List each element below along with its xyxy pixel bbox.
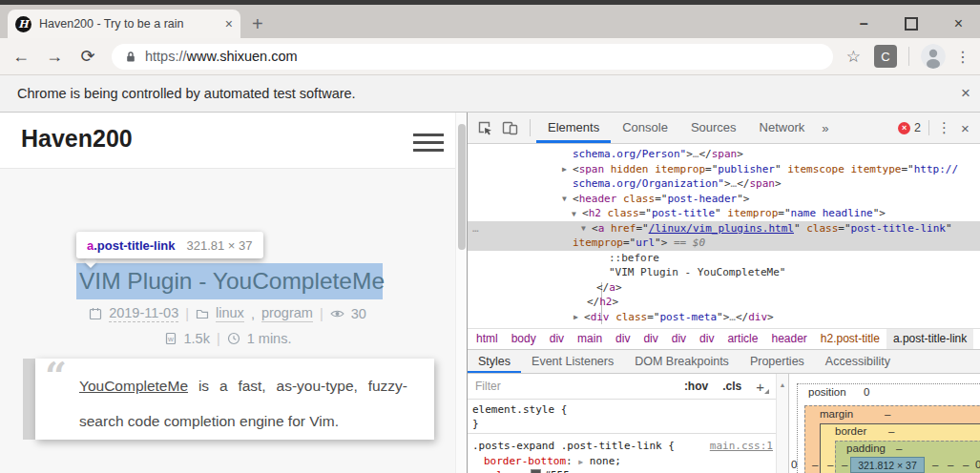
tab-close-icon[interactable]: × <box>225 16 233 31</box>
forward-button[interactable]: → <box>42 47 67 67</box>
eye-icon <box>330 307 344 320</box>
browser-toolbar: ← → ⟳ https://www.shixuen.com ☆ C ⋮ <box>0 38 980 75</box>
back-button[interactable]: ← <box>9 47 33 67</box>
category-link[interactable]: program <box>261 305 313 322</box>
window-close-button[interactable]: × <box>954 15 963 32</box>
device-toolbar-icon[interactable] <box>502 120 518 135</box>
svg-text:w: w <box>167 335 174 343</box>
sidebar-tab-accessibility[interactable]: Accessibility <box>815 350 901 373</box>
dom-tree: schema.org/Person">…</span>▶<span hidden… <box>468 144 980 328</box>
dom-tree-node[interactable]: ▼<h2 class="post-title" itemprop="name h… <box>468 206 980 221</box>
breadcrumb-item[interactable]: header <box>764 329 813 349</box>
more-tabs-icon[interactable]: » <box>816 121 834 135</box>
expand-arrow-icon[interactable]: ▶ <box>573 310 578 325</box>
category-link[interactable]: linux <box>216 305 244 322</box>
dom-tree-node[interactable]: </h2> <box>468 295 980 310</box>
styles-scrollbar[interactable]: ▲ <box>776 374 788 473</box>
breadcrumb-item[interactable]: a.post-title-link <box>886 329 973 349</box>
post-title-link[interactable]: VIM Plugin - YouCompleteMe <box>76 263 383 299</box>
dom-tree-node[interactable]: schema.org/Organization">…</span> <box>468 176 980 192</box>
css-property[interactable]: color: #555; <box>484 469 576 473</box>
youcompleteme-link[interactable]: YouCompleteMe <box>79 378 188 394</box>
bookmark-star-icon[interactable]: ☆ <box>846 47 861 67</box>
dom-tree-node[interactable]: schema.org/Person">…</span> <box>468 147 980 162</box>
browser-tab[interactable]: H Haven200 - Try to be a rain × <box>8 10 240 38</box>
error-count[interactable]: 2 <box>914 121 921 134</box>
hamburger-menu-icon[interactable] <box>413 134 444 156</box>
css-property[interactable]: border-bottom: ▶ none; <box>484 455 621 467</box>
devtools-tab-network[interactable]: Network <box>748 113 817 143</box>
reload-button[interactable]: ⟳ <box>75 46 100 67</box>
banner-close-icon[interactable]: × <box>961 84 970 103</box>
sidebar-tab-styles[interactable]: Styles <box>468 350 521 373</box>
error-badge-icon[interactable]: × <box>898 122 910 134</box>
breadcrumb-item[interactable]: div <box>693 329 720 349</box>
toolbar-separator <box>530 119 531 136</box>
devtools-tab-sources[interactable]: Sources <box>679 113 748 143</box>
devtools-tab-console[interactable]: Console <box>611 113 679 143</box>
post-meta-row-1: 2019-11-03 | linux , program | 30 <box>0 305 455 322</box>
browser-menu-icon[interactable]: ⋮ <box>955 48 970 66</box>
dom-tree-node[interactable]: ::before <box>468 251 980 266</box>
devtools-close-icon[interactable]: × <box>961 120 980 136</box>
sidebar-tab-event-listeners[interactable]: Event Listeners <box>521 350 624 373</box>
breadcrumb-item[interactable]: div <box>665 329 693 349</box>
site-title[interactable]: Haven200 <box>21 125 133 153</box>
site-favicon-icon: H <box>15 16 31 32</box>
breadcrumb-item[interactable]: div <box>636 329 664 349</box>
new-style-rule-button[interactable]: + <box>756 379 764 395</box>
dom-tree-node[interactable]: "VIM Plugin - YouCompleteMe" <box>468 265 980 280</box>
breadcrumb-item[interactable]: main <box>571 329 609 349</box>
sidebar-tab-properties[interactable]: Properties <box>740 350 815 373</box>
dom-tree-node[interactable]: ▼<header class="post-header"> <box>468 192 980 207</box>
breadcrumb-item[interactable]: html <box>469 329 505 349</box>
address-bar[interactable]: https://www.shixuen.com <box>112 44 833 70</box>
css-rule-source-link[interactable]: main.css:1 <box>710 440 773 452</box>
dom-tree-node[interactable]: …▼<a href="/linux/vim_plugins.html" clas… <box>468 221 980 236</box>
new-tab-button[interactable]: + <box>252 12 263 35</box>
dom-tree-node[interactable]: itemprop="url"> == $0 <box>468 236 980 251</box>
toggle-class-button[interactable]: .cls <box>722 380 741 393</box>
window-controls: – × <box>860 10 963 38</box>
quote-text: YouCompleteMe is a fast, as-you-type, fu… <box>79 368 407 439</box>
devtools-tab-elements[interactable]: Elements <box>536 113 611 143</box>
url-text: https://www.shixuen.com <box>145 49 298 64</box>
breadcrumb-item[interactable]: body <box>505 329 543 349</box>
profile-avatar-icon[interactable] <box>921 44 946 69</box>
tab-title: Haven200 - Try to be a rain <box>39 17 219 31</box>
collapse-arrow-icon[interactable]: ▼ <box>572 207 576 222</box>
breadcrumb-item[interactable]: div <box>609 329 636 349</box>
quote-mark-icon: “ <box>45 357 67 395</box>
tab-bar: H Haven200 - Try to be a rain × + – × <box>0 5 980 38</box>
dom-tree-node[interactable]: ▶<span hidden itemprop="publisher" items… <box>468 162 980 177</box>
clock-icon <box>227 332 240 345</box>
element-dimensions: 321.81 × 37 <box>186 238 252 253</box>
collapse-arrow-icon[interactable]: ▼ <box>581 221 586 236</box>
breadcrumb-item[interactable]: h2.post-title <box>814 329 886 349</box>
toggle-hover-state-button[interactable]: :hov <box>684 380 708 393</box>
breadcrumb-item[interactable]: div <box>543 329 571 349</box>
page-scrollbar[interactable] <box>455 113 467 473</box>
breadcrumb-item[interactable]: article <box>720 329 764 349</box>
styles-filter-input[interactable]: Filter <box>475 380 684 393</box>
window-minimize-button[interactable]: – <box>860 15 868 32</box>
devtools-toolbar: ElementsConsoleSourcesNetwork » × 2 ⋮ × <box>468 113 980 144</box>
css-rule-selector[interactable]: .posts-expand .post-title-link { <box>472 440 675 452</box>
post-date[interactable]: 2019-11-03 <box>109 305 178 322</box>
extension-icon[interactable]: C <box>874 45 897 68</box>
sidebar-tab-dom-breakpoints[interactable]: DOM Breakpoints <box>624 350 740 373</box>
node-ellipsis: … <box>472 221 479 236</box>
styles-filter-row: Filter :hov .cls + <box>468 374 776 400</box>
inspect-element-icon[interactable] <box>477 120 492 135</box>
collapse-arrow-icon[interactable]: ▼ <box>562 192 567 207</box>
expand-arrow-icon[interactable]: ▶ <box>562 162 567 177</box>
dom-tree-node[interactable]: ▶<div class="post-meta">…</div> <box>468 310 980 325</box>
element-style-rule[interactable]: element.style { <box>472 403 567 416</box>
color-swatch[interactable] <box>531 469 541 473</box>
devtools-menu-icon[interactable]: ⋮ <box>937 119 951 136</box>
dom-tree-node[interactable]: </a> <box>468 280 980 296</box>
window-maximize-button[interactable] <box>905 17 918 31</box>
scrollbar-thumb[interactable] <box>458 124 466 250</box>
lock-icon <box>125 51 136 63</box>
box-model-content[interactable]: 321.812 × 37 <box>850 457 925 473</box>
